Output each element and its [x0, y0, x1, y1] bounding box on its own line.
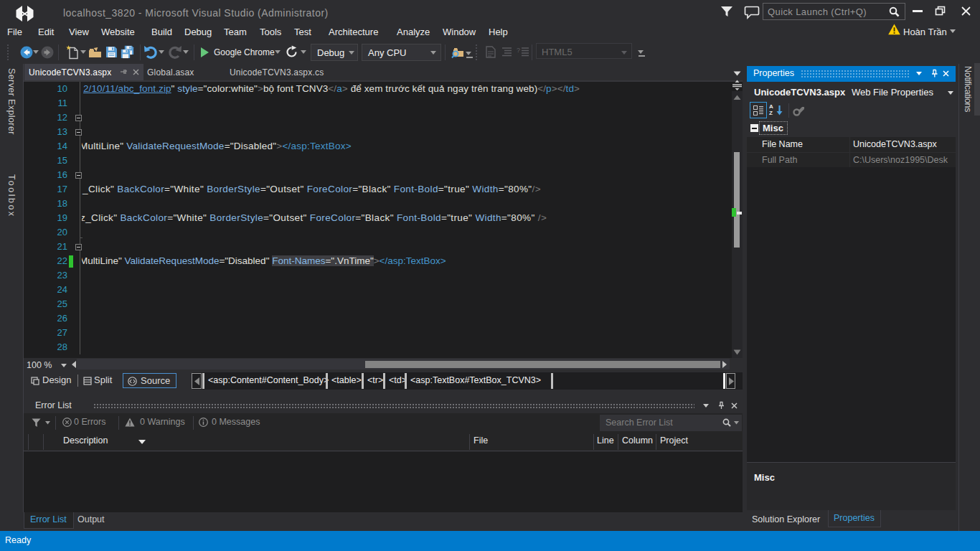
svg-text:?: ?: [517, 47, 520, 54]
